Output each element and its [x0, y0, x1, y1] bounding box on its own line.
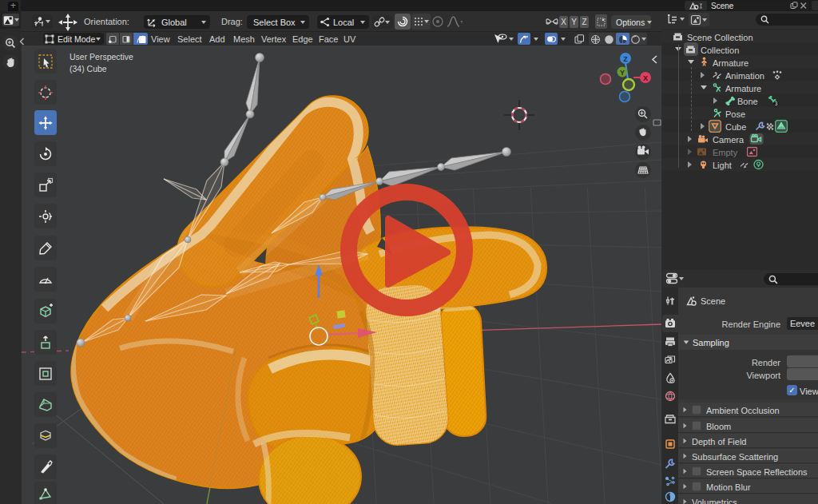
- svg-text:X: X: [643, 74, 648, 82]
- svg-text:Z: Z: [623, 55, 628, 63]
- svg-text:3: 3: [775, 101, 778, 106]
- svg-text:Y: Y: [620, 69, 625, 77]
